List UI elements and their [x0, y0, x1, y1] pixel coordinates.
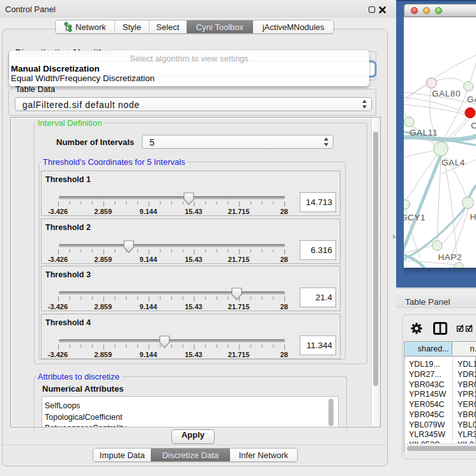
svg-text:GCY1: GCY1 [404, 213, 426, 222]
svg-text:HAP2: HAP2 [438, 252, 462, 262]
svg-text:GAL11: GAL11 [410, 128, 438, 137]
svg-text:C: C [471, 121, 476, 130]
svg-text:GAL80: GAL80 [432, 89, 461, 98]
svg-text:H: H [470, 212, 476, 222]
svg-text:GA: GA [467, 95, 476, 104]
svg-text:GAL4: GAL4 [441, 158, 465, 167]
